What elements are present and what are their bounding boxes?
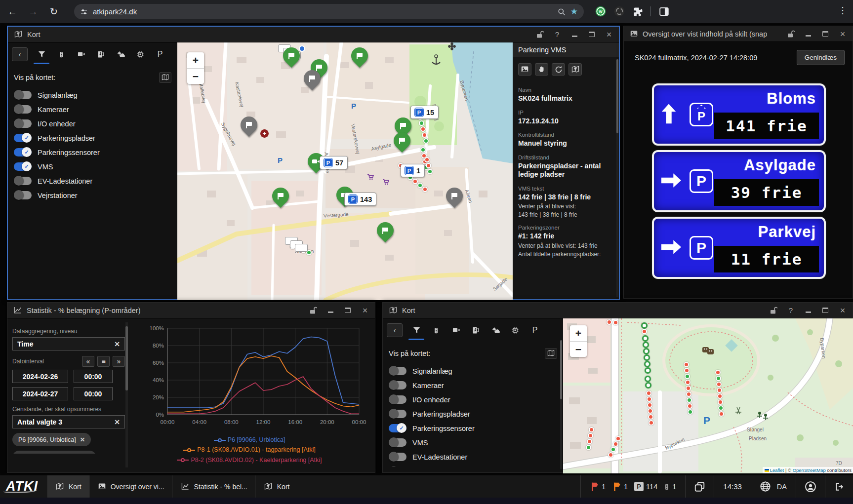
maximize-button[interactable]: [588, 31, 596, 39]
parking-sensor-dot[interactable]: [412, 179, 418, 184]
browser-menu-icon[interactable]: ⋮: [838, 5, 847, 16]
parking-sensor-dot[interactable]: [419, 120, 424, 126]
basemap-icon[interactable]: [159, 72, 171, 83]
legend-entry[interactable]: P8-2 (SK08.AVDIO.02) - Kaelderparkering …: [131, 455, 368, 465]
close-button[interactable]: ×: [839, 307, 847, 314]
language-switch[interactable]: DA: [751, 475, 796, 498]
parking-sensor-dot[interactable]: [424, 157, 430, 162]
inactive-map-pin[interactable]: [237, 113, 261, 137]
kort-icon[interactable]: [569, 63, 582, 76]
logout-icon[interactable]: [834, 482, 844, 491]
vms-map-pin[interactable]: [280, 44, 303, 68]
parking-sensor-dot[interactable]: [685, 380, 691, 385]
interval-menu-button[interactable]: ≡: [97, 356, 110, 367]
parking-sensor-dot[interactable]: [718, 399, 723, 405]
cameras-tab-icon[interactable]: [446, 323, 466, 337]
parking-sensor-dot[interactable]: [427, 169, 433, 174]
minimize-button[interactable]: [326, 307, 334, 314]
ev-tab-icon[interactable]: [91, 47, 111, 61]
parking-sensor-dot[interactable]: [589, 427, 594, 432]
cameras-tab-icon[interactable]: [71, 47, 91, 61]
zoom-in-button[interactable]: +: [570, 325, 587, 341]
status-sign-orange[interactable]: 1: [612, 482, 628, 491]
bookmark-star-icon[interactable]: ★: [570, 6, 578, 17]
clear-icon[interactable]: ✕: [114, 418, 120, 426]
parking-sensor-dot[interactable]: [687, 397, 692, 403]
back-icon[interactable]: ←: [4, 3, 21, 20]
map-canvas[interactable]: + − MallebvejKastanievejVesterskovvejSyg…: [177, 42, 513, 300]
aggregation-select[interactable]: Time ✕: [12, 337, 125, 350]
signals-tab-icon[interactable]: [51, 47, 71, 61]
parking-sensor-dot[interactable]: [613, 320, 618, 325]
layer-toggle-i-o-enheder[interactable]: I/O enheder: [14, 116, 171, 131]
parking-tab-icon[interactable]: P: [525, 323, 545, 337]
maximize-button[interactable]: [344, 307, 352, 314]
close-button[interactable]: ×: [605, 31, 613, 39]
vms-map-pin[interactable]: [269, 184, 292, 208]
prev-interval-button[interactable]: «: [82, 356, 94, 367]
map-canvas[interactable]: P + − ByparkenByparkenSløngelPladsen7D L…: [563, 318, 853, 473]
zoom-out-button[interactable]: −: [570, 341, 587, 357]
parking-sensor-dot[interactable]: [646, 390, 651, 396]
parking-sensor-dot[interactable]: [686, 386, 691, 391]
parking-sensor-dot[interactable]: [686, 391, 691, 397]
parking-sensor-dot[interactable]: [643, 342, 649, 348]
layer-toggle-ev-ladestationer[interactable]: EV-Ladestationer: [389, 450, 557, 464]
parking-sensor-dot[interactable]: [420, 147, 426, 153]
reload-icon[interactable]: ↻: [45, 3, 62, 20]
parking-sensor-dot[interactable]: [649, 420, 654, 426]
parking-sensor-dot[interactable]: [717, 388, 722, 393]
parking-sensor-dot[interactable]: [642, 335, 649, 342]
clear-icon[interactable]: ✕: [114, 340, 120, 348]
taskbar-window-kort[interactable]: Kort: [47, 475, 89, 498]
layer-toggle-parkeringspladser[interactable]: ✓Parkeringspladser: [14, 131, 171, 145]
parking-sensor-dot[interactable]: [615, 436, 621, 441]
taskbar-window-oversigt-over-vi-[interactable]: Oversigt over vi...: [89, 475, 172, 498]
date-from-field[interactable]: 2024-02-26: [12, 370, 68, 383]
url-text[interactable]: atkipark24.dk: [93, 7, 137, 16]
inactive-map-pin[interactable]: [300, 67, 324, 90]
status-traffic[interactable]: 1: [664, 482, 676, 491]
window-titlebar[interactable]: Statistik - % belægning (P-områder) ×: [7, 303, 375, 318]
legend-entry[interactable]: P8-1 (SK08.AVDIO.01) - tagparkering [Atk…: [131, 445, 368, 455]
parking-sensor-dot[interactable]: [608, 452, 613, 458]
parking-sensor-dot[interactable]: [613, 441, 618, 447]
window-titlebar[interactable]: Oversigt over vist indhold på skilt (sna…: [624, 26, 853, 42]
osm-link[interactable]: OpenStreetMap: [793, 467, 826, 473]
maximize-button[interactable]: [821, 30, 829, 38]
hand-icon[interactable]: [535, 63, 548, 76]
layer-toggle-vms[interactable]: ✓VMS: [14, 159, 171, 174]
layer-toggle-vejrstationer[interactable]: Vejrstationer: [389, 464, 557, 466]
inactive-map-pin[interactable]: [443, 184, 466, 208]
parking-sensor-dot[interactable]: [645, 367, 651, 374]
unlock-icon[interactable]: [536, 31, 544, 39]
status-p-square[interactable]: P114: [634, 482, 657, 491]
window-titlebar[interactable]: Kort ? ×: [383, 303, 853, 318]
taskbar-window-statistik-bel-[interactable]: Statistik - % bel...: [172, 475, 255, 498]
site-settings-icon[interactable]: [80, 8, 88, 16]
parking-sensor-dot[interactable]: [422, 132, 427, 138]
layer-toggle-ev-ladestationer[interactable]: EV-Ladestationer: [14, 174, 171, 188]
parking-sensor-dot[interactable]: [648, 414, 653, 420]
parking-sensor-dot[interactable]: [641, 322, 648, 329]
minimize-button[interactable]: [804, 307, 812, 314]
parking-sensor-dot[interactable]: [718, 405, 724, 411]
parking-sensor-dot[interactable]: [644, 354, 650, 361]
layer-toggle-signalanl-g[interactable]: Signalanlæg: [389, 364, 557, 378]
vms-map-pin[interactable]: [348, 44, 371, 68]
layer-toggle-parkeringssensorer[interactable]: ✓Parkeringssensorer: [14, 145, 171, 159]
extension-green-icon[interactable]: W: [595, 6, 606, 17]
layer-toggle-kameraer[interactable]: Kameraer: [14, 102, 171, 116]
parking-sensor-dot[interactable]: [607, 319, 612, 325]
window-titlebar[interactable]: Kort ? ×: [8, 27, 619, 42]
stats-scrollbar[interactable]: [125, 322, 128, 467]
io-tab-icon[interactable]: [130, 47, 150, 61]
unlock-icon[interactable]: [787, 30, 795, 38]
filter-tab-icon[interactable]: [32, 47, 51, 61]
parking-tab-icon[interactable]: P: [150, 47, 170, 61]
parking-count-badge[interactable]: P57: [320, 156, 348, 169]
next-interval-button[interactable]: »: [113, 356, 125, 367]
parking-sensor-dot[interactable]: [645, 376, 651, 382]
vms-scrollbar[interactable]: [616, 59, 618, 297]
cascade-windows-icon[interactable]: [694, 482, 705, 492]
